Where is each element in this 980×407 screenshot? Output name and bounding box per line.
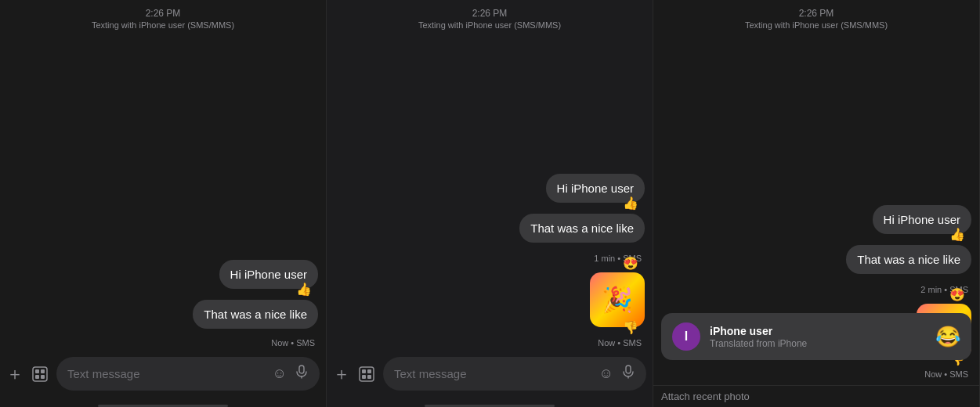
svg-rect-8 <box>362 369 366 373</box>
left-add-icon[interactable]: ＋ <box>6 362 24 386</box>
middle-msg-img: 🎉 <box>590 272 645 327</box>
svg-rect-7 <box>360 367 374 381</box>
right-msg-hi-reaction: 👍 <box>949 227 965 242</box>
svg-rect-4 <box>41 375 45 379</box>
middle-chat-area: 2:26 PM Texting with iPhone user (SMS/MM… <box>327 0 653 354</box>
middle-add-icon[interactable]: ＋ <box>333 362 350 386</box>
notif-subtitle: Translated from iPhone <box>710 338 926 349</box>
attach-recent-photo-label: Attach recent photo <box>661 391 750 402</box>
left-msg-nice-bubble: That was a nice like <box>193 300 318 329</box>
right-session: Texting with iPhone user (SMS/MMS) <box>661 20 971 39</box>
left-bottom-bar: ＋ Text message ☺ <box>0 354 326 400</box>
right-msg-nice-reaction: 😍 <box>949 287 965 302</box>
left-msg-hi-reaction: 👍 <box>296 282 312 297</box>
right-top-section: 2:26 PM Texting with iPhone user (SMS/MM… <box>653 0 979 407</box>
middle-session: Texting with iPhone user (SMS/MMS) <box>335 20 645 39</box>
left-pill-icons: ☺ <box>273 365 309 383</box>
right-msg-nice-bubble: That was a nice like <box>846 245 971 274</box>
notif-content: iPhone user Translated from iPhone <box>710 325 926 349</box>
notif-avatar: I <box>672 322 700 351</box>
notif-avatar-letter: I <box>685 330 688 344</box>
left-input-placeholder: Text message <box>67 367 140 380</box>
right-timestamp: 2:26 PM <box>661 0 971 20</box>
svg-rect-9 <box>367 369 371 373</box>
svg-rect-2 <box>41 369 45 373</box>
left-chat-area: 2:26 PM Texting with iPhone user (SMS/MM… <box>0 0 326 354</box>
middle-bottom-bar: ＋ Text message ☺ <box>327 354 653 400</box>
middle-msg-nice-bubble: That was a nice like <box>519 214 645 243</box>
middle-text-input[interactable]: Text message ☺ <box>383 357 646 391</box>
middle-input-placeholder: Text message <box>394 367 467 380</box>
middle-gallery-icon[interactable] <box>358 366 375 383</box>
middle-timestamp: 2:26 PM <box>335 0 645 20</box>
left-session: Texting with iPhone user (SMS/MMS) <box>8 20 318 39</box>
middle-msg-img-reaction: 👎 <box>623 320 638 335</box>
left-mic-icon[interactable] <box>295 365 309 383</box>
left-text-input[interactable]: Text message ☺ <box>56 357 320 391</box>
right-msg-hi-group: Hi iPhone user 👍 <box>661 205 971 234</box>
middle-messages: Hi iPhone user 👍 That was a nice like 😍 … <box>335 39 645 354</box>
left-gallery-icon[interactable] <box>31 366 49 383</box>
right-msg-img-meta: Now • SMS <box>924 369 971 379</box>
middle-msg-nice-group: That was a nice like 😍 1 min • SMS <box>335 214 645 263</box>
svg-rect-0 <box>33 367 47 381</box>
svg-rect-12 <box>626 366 631 373</box>
left-msg-nice-meta: Now • SMS <box>271 338 318 348</box>
left-panel: 2:26 PM Texting with iPhone user (SMS/MM… <box>0 0 327 407</box>
left-timestamp: 2:26 PM <box>8 0 318 20</box>
right-msg-nice-group: That was a nice like 😍 2 min • SMS <box>661 245 971 294</box>
middle-pill-icons: ☺ <box>599 365 635 383</box>
svg-rect-11 <box>367 375 371 379</box>
middle-msg-hi-group: Hi iPhone user 👍 <box>335 174 645 203</box>
svg-rect-1 <box>35 369 39 373</box>
notif-emoji: 😂 <box>935 325 960 349</box>
middle-panel: 2:26 PM Texting with iPhone user (SMS/MM… <box>327 0 653 407</box>
svg-rect-5 <box>299 366 304 373</box>
notif-title: iPhone user <box>710 325 926 337</box>
left-msg-hi-group: Hi iPhone user 👍 <box>8 260 318 289</box>
left-msg-nice-group: That was a nice like Now • SMS <box>8 300 318 348</box>
left-messages: Hi iPhone user 👍 That was a nice like No… <box>8 39 318 354</box>
middle-msg-img-group: 🎉 👎 Now • SMS <box>335 272 645 348</box>
svg-rect-10 <box>362 375 366 379</box>
middle-msg-hi-reaction: 👍 <box>623 196 638 211</box>
left-emoji-icon[interactable]: ☺ <box>273 366 287 382</box>
svg-rect-3 <box>35 375 39 379</box>
middle-emoji-icon[interactable]: ☺ <box>599 366 613 382</box>
right-panel: 2:26 PM Texting with iPhone user (SMS/MM… <box>653 0 980 407</box>
middle-msg-nice-reaction: 😍 <box>623 256 638 271</box>
notification-overlay[interactable]: I iPhone user Translated from iPhone 😂 <box>661 313 971 360</box>
middle-mic-icon[interactable] <box>621 365 635 383</box>
middle-msg-img-meta: Now • SMS <box>598 338 645 348</box>
right-attach-bar[interactable]: Attach recent photo <box>653 385 979 407</box>
